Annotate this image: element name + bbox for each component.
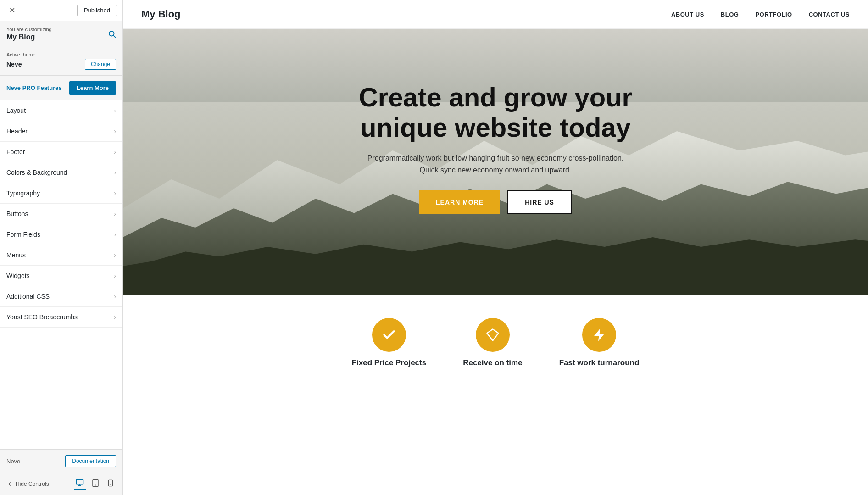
chevron-icon: › <box>114 210 116 217</box>
neve-pro-section: Neve PRO Features Learn More <box>0 76 122 100</box>
sidebar-item-typography[interactable]: Typography › <box>0 183 122 204</box>
nav-blog[interactable]: BLOG <box>721 11 739 18</box>
feature-icon-diamond <box>476 318 510 352</box>
sidebar-item-additional-css[interactable]: Additional CSS › <box>0 286 122 307</box>
documentation-button[interactable]: Documentation <box>65 455 116 467</box>
feature-item-0: Fixed Price Projects <box>352 318 427 367</box>
hero-title: Create and grow your unique website toda… <box>359 82 632 143</box>
sidebar-item-footer[interactable]: Footer › <box>0 142 122 162</box>
chevron-icon: › <box>114 231 116 238</box>
change-theme-button[interactable]: Change <box>85 59 116 70</box>
hire-us-cta-button[interactable]: HIRE US <box>507 190 572 214</box>
svg-rect-2 <box>77 479 83 484</box>
feature-icon-check <box>372 318 406 352</box>
hero-section: Create and grow your unique website toda… <box>123 29 868 295</box>
feature-title-2: Fast work turnaround <box>559 358 640 367</box>
sidebar-topbar: ✕ Published <box>0 0 122 21</box>
sidebar-menu: Layout › Header › Footer › Colors & Back… <box>0 100 122 449</box>
sidebar-item-layout[interactable]: Layout › <box>0 100 122 121</box>
mobile-device-button[interactable] <box>105 478 116 490</box>
sidebar-item-widgets[interactable]: Widgets › <box>0 266 122 286</box>
nav-portfolio[interactable]: PORTFOLIO <box>755 11 792 18</box>
arrow-left-icon <box>6 481 13 487</box>
search-button[interactable] <box>108 30 116 38</box>
customizing-title: My Blog <box>6 33 108 41</box>
hero-buttons: LEARN MORE HIRE US <box>359 190 632 214</box>
hide-controls-button[interactable]: Hide Controls <box>6 481 49 487</box>
neve-footer-label: Neve <box>6 458 20 465</box>
sidebar-item-menus[interactable]: Menus › <box>0 245 122 266</box>
sidebar-bottom-bar: Hide Controls <box>0 473 122 495</box>
blog-navigation: My Blog ABOUT US BLOG PORTFOLIO CONTACT … <box>123 0 868 29</box>
chevron-icon: › <box>114 251 116 259</box>
customizing-label: You are customizing <box>6 27 108 32</box>
published-button[interactable]: Published <box>77 5 117 16</box>
blog-logo: My Blog <box>141 8 181 20</box>
chevron-icon: › <box>114 313 116 321</box>
nav-about-us[interactable]: ABOUT US <box>671 11 704 18</box>
hero-content: Create and grow your unique website toda… <box>350 73 641 224</box>
sidebar-item-header[interactable]: Header › <box>0 121 122 142</box>
feature-icon-bolt <box>582 318 616 352</box>
svg-marker-14 <box>594 329 604 340</box>
learn-more-cta-button[interactable]: LEARN MORE <box>419 190 500 214</box>
chevron-icon: › <box>114 293 116 300</box>
blog-nav-menu: ABOUT US BLOG PORTFOLIO CONTACT US <box>671 11 850 18</box>
nav-contact-us[interactable]: CONTACT US <box>809 11 850 18</box>
preview-area: My Blog ABOUT US BLOG PORTFOLIO CONTACT … <box>123 0 868 495</box>
neve-pro-label: Neve PRO Features <box>6 84 62 91</box>
active-theme-section: Active theme Neve Change <box>0 46 122 76</box>
chevron-icon: › <box>114 272 116 279</box>
learn-more-button[interactable]: Learn More <box>69 81 116 95</box>
chevron-icon: › <box>114 128 116 135</box>
feature-title-1: Receive on time <box>463 358 522 367</box>
active-theme-name: Neve <box>6 61 22 68</box>
sidebar-item-form-fields[interactable]: Form Fields › <box>0 224 122 245</box>
sidebar-item-colors-background[interactable]: Colors & Background › <box>0 162 122 183</box>
customizing-section: You are customizing My Blog <box>0 21 122 46</box>
sidebar-item-buttons[interactable]: Buttons › <box>0 204 122 224</box>
hero-subtitle: Programmatically work but low hanging fr… <box>362 152 629 176</box>
desktop-device-button[interactable] <box>74 478 86 490</box>
feature-item-2: Fast work turnaround <box>559 318 640 367</box>
svg-line-1 <box>113 35 115 37</box>
tablet-device-button[interactable] <box>89 478 101 490</box>
chevron-icon: › <box>114 107 116 114</box>
feature-title-0: Fixed Price Projects <box>352 358 427 367</box>
features-section: Fixed Price Projects Receive on time Fas… <box>123 295 868 381</box>
chevron-icon: › <box>114 169 116 176</box>
chevron-icon: › <box>114 148 116 156</box>
active-theme-label: Active theme <box>6 52 116 57</box>
customizer-sidebar: ✕ Published You are customizing My Blog … <box>0 0 123 495</box>
chevron-icon: › <box>114 189 116 197</box>
device-icons <box>74 478 116 490</box>
feature-item-1: Receive on time <box>463 318 522 367</box>
sidebar-footer: Neve Documentation <box>0 449 122 473</box>
sidebar-item-yoast-seo-breadcrumbs[interactable]: Yoast SEO Breadcrumbs › <box>0 307 122 328</box>
close-button[interactable]: ✕ <box>6 4 18 17</box>
svg-marker-13 <box>487 329 498 341</box>
